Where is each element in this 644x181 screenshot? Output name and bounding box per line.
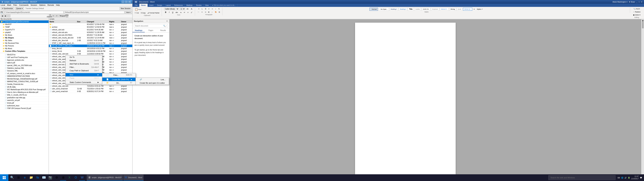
tree-item-meeting[interactable]: 📄 How to Join a Meeting as an Attendee.p… [0,91,49,94]
word-share-btn[interactable]: ⬆ Share [629,1,635,3]
tree-item-idc[interactable]: 📄 IDC MarketScape AFA 2015-2016 Pure Sto… [0,88,49,91]
word-close-btn[interactable]: ✕ [641,1,642,3]
style-quote[interactable]: Quote [456,8,462,10]
tree-item-special[interactable]: 📄 special_JDM_run_20170604.xlsb [0,64,49,67]
left-back-btn[interactable]: ◀ [1,14,4,17]
menu-static-commands[interactable]: Static Custom Commands ▶ [66,80,102,84]
tree-item-superputty[interactable]: 📁 SuperPuTTY [0,28,49,31]
start-button[interactable] [0,174,8,181]
file-row-refresh2[interactable]: 📄 refresh_cdm.ksh.ahv 6/29/2017 11:28:35… [49,31,132,34]
col-rights[interactable]: Rights [108,20,120,23]
borders-btn[interactable]: ⊟ [218,11,221,14]
tree-item-attdb[interactable]: 📄 att-db.ziptg [0,86,49,88]
style-normal[interactable]: ↑ Normal [370,8,378,11]
word-maximize-btn[interactable]: □ [639,1,640,3]
menu-session[interactable]: Session [30,4,37,6]
remote-new-btn[interactable]: New ▾ [66,14,68,17]
style-heading1[interactable]: Heading 1 [390,8,398,10]
maximize-button[interactable]: □ [125,1,128,3]
nav-tab-headings[interactable]: Headings [132,29,145,32]
taskbar-task-view-icon[interactable]: ⊞ [16,175,22,181]
format-painter-button[interactable]: 🖌 Format Painter [147,12,160,14]
taskbar-store-icon[interactable]: 🛍 [34,175,40,181]
col-name[interactable]: Name [49,20,76,23]
scroll-up-btn[interactable]: ▲ [642,20,644,21]
tree-item-myreceived[interactable]: 📁 My Received Files [0,42,49,44]
taskbar-mail-icon[interactable]: 📧 [41,175,47,181]
tab-review[interactable]: Review [194,4,204,7]
tree-item-xandia[interactable]: 📄 Xandia_Financial.xlsx [0,83,49,86]
style-strong[interactable]: Strong [449,8,456,10]
taskbar-item-winscp[interactable]: 🖥 scripts - jk&jjansprod@PROD - WinSCP [87,175,123,181]
local-address-bar[interactable] [3,11,64,14]
font-color-btn[interactable]: A [186,11,190,14]
bullets-btn[interactable]: ≡ [198,8,200,10]
tree-item-stats[interactable]: 📄 Statistics_backup.XML [0,67,49,70]
styles-dialog-btn[interactable]: Styles ↗ [476,8,484,10]
file-row-stomp[interactable]: 📄 stomp_file.txt 5 KB 10/16/2016 12:06:4… [49,50,132,52]
tree-item-itap[interactable]: 📄 ITAP-Off-Campus Permit (3).pdf [0,107,49,110]
taskbar-search-input[interactable] [548,175,616,180]
tree-item-uat[interactable]: 📄 UAT and Prod Tracking.xlsx [0,56,49,59]
tree-item-mysafes[interactable]: 📁 My Safes [0,39,49,42]
left-up-btn[interactable]: ↑ [8,14,10,17]
tree-item-approval[interactable]: 📄 Approval_symbols.xlsx [0,59,49,62]
file-row-temp2[interactable]: 📄 temp_file.txt2 10/13/2016 6:53:22 PM r… [49,47,132,50]
file-row-dim[interactable]: 📄 refresh_dim_time.ksh 1 KB 1/2/2017 9:3… [49,39,132,42]
nav-tab-results[interactable]: Results [157,29,169,32]
menu-goto[interactable]: Go To [66,56,102,59]
align-center-btn[interactable]: ≡ [200,11,204,14]
justify-btn[interactable]: ⊞ [207,11,210,14]
tree-item-ellie[interactable]: 📄 Ellie_C_results_20176.csv [0,94,49,96]
subscript-btn[interactable]: x₂ [179,11,182,14]
col-size[interactable]: Size [76,20,86,23]
file-row-email2[interactable]: 📄 cdm_send_email.ksh 6 KB 6/28/2012 8:37… [49,90,132,93]
tree-item-office-templates[interactable]: 📁 Custom Office Templates [0,50,49,52]
find-button[interactable]: 🔍 Find ▾ [632,8,641,10]
taskbar-excel-icon[interactable]: X [66,175,72,181]
taskbar-settings-icon[interactable]: ⚙ [54,175,60,181]
grow-font-btn[interactable]: A+ [186,8,190,10]
tree-item-mymusic[interactable]: 📁 My Music [0,34,49,36]
tree-item-table6[interactable]: 📄 table.6.pdf [0,62,49,64]
style-title[interactable]: Title [408,8,414,11]
remote-address-bar[interactable]: /lk/landl01/prod/ops/cdw/scripts/ [64,11,124,14]
align-right-btn[interactable]: ⇥ [204,11,207,14]
tree-item-myshapes[interactable]: 📁 My Shapes [0,36,49,39]
select-button[interactable]: ▣ Select ▾ [632,14,641,16]
tree-item-mymusicdupe[interactable]: 📁 My Music [0,47,49,50]
close-button[interactable]: ✕ [128,1,131,3]
taskbar-word-icon[interactable]: W [79,175,85,181]
menu-local[interactable]: Local [1,4,5,6]
bold-button[interactable]: B [164,11,167,14]
search-dropdown-icon[interactable]: ▾ [166,25,167,27]
vertical-scrollbar[interactable]: ▲ ▼ [641,19,644,178]
word-document-area[interactable] [170,19,641,178]
taskbar-search-icon[interactable]: 🔍 [9,175,15,181]
word-user[interactable]: Abdul Washington ▾ [612,1,628,3]
tree-item-marketing[interactable]: 📄 MARKETING_CONSULTING_GUIDE.pdf [0,80,49,83]
menu-files[interactable]: Files [13,4,17,6]
tab-design[interactable]: Design [155,4,164,7]
synchronize-button[interactable]: ⟳ Synchronize [1,7,14,10]
shrink-font-btn[interactable]: A- [190,8,194,10]
line-spacing-btn[interactable]: ↕ [211,11,214,14]
underline-button[interactable]: U [171,11,174,14]
strikethrough-btn[interactable]: abc [175,11,179,14]
tab-insert[interactable]: Insert [148,4,155,7]
file-row-email1[interactable]: 📄 cdm_send_email.ksh 31 KB 7/22/2014 1:5… [49,88,132,90]
nav-tab-pages[interactable]: Pages [145,29,157,32]
multilevel-btn[interactable]: ☰ [204,8,207,10]
style-intense-e[interactable]: Intense E... [440,8,449,10]
tab-references[interactable]: References [172,4,185,7]
tab-home[interactable]: Home [139,4,148,7]
increase-indent-btn[interactable]: ⇒ [211,8,214,10]
remote-properties-btn[interactable]: Properties [62,14,65,17]
submenu-create-file[interactable]: 📄 Create file (Shift+F4) ▶ [102,78,136,81]
tray-keyboard-icon[interactable]: ⌨ [618,177,620,179]
menu-refresh[interactable]: Refresh Ctrl+R [66,59,102,62]
notification-icon[interactable]: 💬 [640,177,642,179]
scroll-track[interactable] [642,22,644,175]
tree-item-sessions[interactable]: 📄 Sessions.XML [0,70,49,72]
menu-mark[interactable]: Mark [7,4,11,6]
